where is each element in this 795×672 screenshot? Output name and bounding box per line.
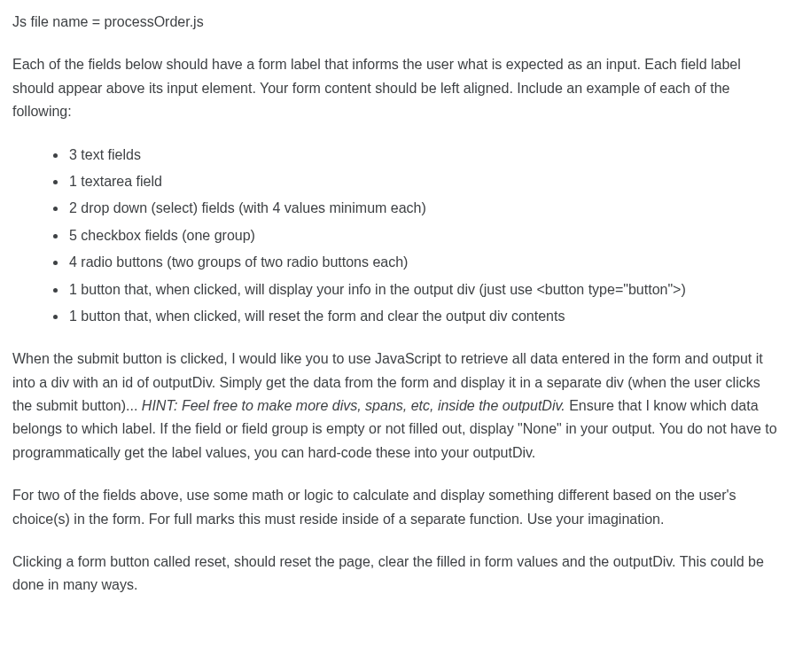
list-item: 1 button that, when clicked, will displa… bbox=[67, 278, 783, 301]
submit-instructions-paragraph: When the submit button is clicked, I wou… bbox=[12, 348, 783, 465]
reset-instructions-paragraph: Clicking a form button called reset, sho… bbox=[12, 551, 783, 598]
list-item: 2 drop down (select) fields (with 4 valu… bbox=[67, 197, 783, 220]
list-item: 4 radio buttons (two groups of two radio… bbox=[67, 251, 783, 274]
logic-instructions-paragraph: For two of the fields above, use some ma… bbox=[12, 484, 783, 531]
hint-text: HINT: Feel free to make more divs, spans… bbox=[142, 398, 565, 413]
file-name-heading: Js file name = processOrder.js bbox=[12, 11, 783, 34]
requirements-list: 3 text fields 1 textarea field 2 drop do… bbox=[12, 144, 783, 329]
intro-paragraph: Each of the fields below should have a f… bbox=[12, 53, 783, 123]
list-item: 3 text fields bbox=[67, 144, 783, 167]
list-item: 1 button that, when clicked, will reset … bbox=[67, 305, 783, 328]
list-item: 5 checkbox fields (one group) bbox=[67, 224, 783, 247]
list-item: 1 textarea field bbox=[67, 170, 783, 193]
